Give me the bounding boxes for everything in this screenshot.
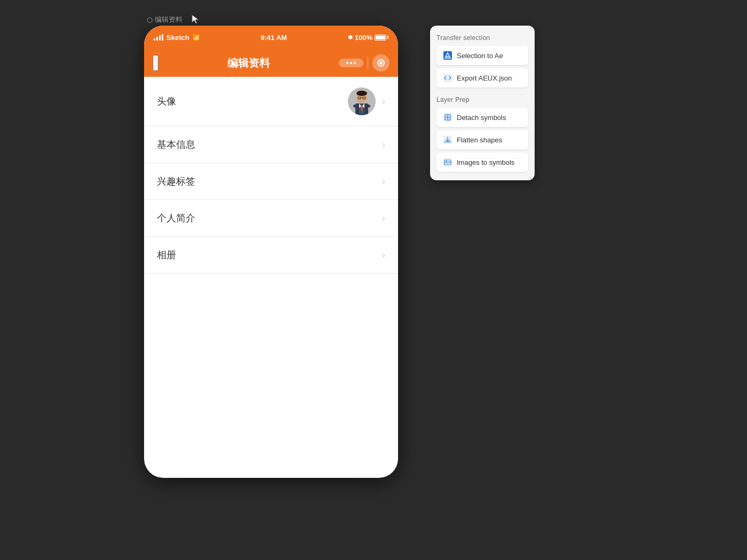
- flatten-shapes-button[interactable]: Flatten shapes: [436, 130, 528, 149]
- album-chevron-icon: ›: [382, 250, 385, 261]
- code-icon: [443, 73, 452, 83]
- basic-info-chevron-icon: ›: [382, 139, 385, 150]
- svg-point-21: [447, 116, 449, 118]
- record-button[interactable]: [372, 54, 390, 71]
- ae-icon: [443, 51, 452, 60]
- album-row[interactable]: 相册 ›: [144, 237, 398, 274]
- battery-tip: [387, 36, 388, 39]
- bio-row[interactable]: 个人简介 ›: [144, 200, 398, 237]
- nav-divider: [368, 57, 368, 69]
- export-aeux-label: Export AEUX.json: [457, 74, 512, 82]
- detach-icon: [443, 113, 452, 122]
- back-chevron-icon: ‹: [154, 56, 157, 69]
- battery-fill: [376, 36, 385, 39]
- interest-tags-chevron-icon: ›: [382, 176, 385, 187]
- flatten-icon: [443, 135, 452, 145]
- detach-symbols-label: Detach symbols: [457, 114, 506, 122]
- sketch-app-label: ⬡ 编辑资料: [147, 15, 182, 25]
- images-to-symbols-button[interactable]: Images to symbols: [436, 153, 528, 172]
- phone-frame: Sketch 📶 9:41 AM ✱ 100% ‹ 编辑资料: [144, 26, 398, 478]
- detach-symbols-button[interactable]: Detach symbols: [436, 108, 528, 127]
- avatar-chevron-icon: ›: [382, 96, 385, 107]
- status-left: Sketch 📶: [154, 34, 200, 42]
- selection-to-ae-button[interactable]: Selection to Ae: [436, 46, 528, 65]
- record-dot: [379, 61, 383, 65]
- plugin-panel: Transfer selection Selection to Ae Expor…: [430, 26, 535, 180]
- transfer-section: Transfer selection Selection to Ae Expor…: [436, 34, 528, 87]
- basic-info-row[interactable]: 基本信息 ›: [144, 126, 398, 163]
- images-icon: [443, 157, 452, 167]
- signal-bar-3: [159, 35, 161, 41]
- flatten-shapes-label: Flatten shapes: [457, 136, 502, 144]
- signal-bar-4: [162, 34, 163, 41]
- carrier-label: Sketch: [166, 34, 189, 42]
- transfer-section-title: Transfer selection: [436, 34, 528, 42]
- battery-percent: 100%: [355, 34, 372, 42]
- interest-tags-row[interactable]: 兴趣标签 ›: [144, 163, 398, 200]
- basic-info-label: 基本信息: [157, 138, 195, 151]
- avatar-label: 头像: [157, 95, 176, 108]
- sketch-label-text: 编辑资料: [155, 15, 182, 25]
- content-area: 头像: [144, 77, 398, 274]
- bio-chevron-icon: ›: [382, 213, 385, 224]
- bluetooth-icon: ✱: [348, 34, 353, 41]
- nav-bar: ‹ 编辑资料: [144, 49, 398, 77]
- signal-bars-icon: [154, 34, 163, 41]
- avatar: [348, 87, 376, 115]
- more-button[interactable]: [339, 59, 363, 67]
- svg-point-7: [356, 91, 367, 96]
- battery-body: [375, 35, 386, 41]
- bio-label: 个人简介: [157, 212, 195, 225]
- signal-bar-1: [154, 38, 155, 41]
- dot-3: [354, 62, 356, 64]
- export-aeux-button[interactable]: Export AEUX.json: [436, 68, 528, 87]
- signal-bar-2: [156, 37, 158, 41]
- layer-prep-title: Layer Prep: [436, 96, 528, 103]
- nav-actions: [339, 54, 390, 71]
- album-label: 相册: [157, 249, 176, 261]
- wifi-icon: 📶: [193, 34, 200, 41]
- avatar-right: ›: [348, 87, 385, 115]
- avatar-row[interactable]: 头像: [144, 77, 398, 126]
- layer-prep-section: Layer Prep Detach symbols Flatten shapes: [436, 96, 528, 172]
- status-bar: Sketch 📶 9:41 AM ✱ 100%: [144, 26, 398, 49]
- interest-tags-label: 兴趣标签: [157, 175, 195, 188]
- cursor-icon: [190, 14, 201, 25]
- avatar-image: [348, 87, 376, 115]
- nav-title: 编辑资料: [227, 56, 270, 70]
- sketch-icon: ⬡: [147, 16, 153, 24]
- selection-to-ae-label: Selection to Ae: [457, 52, 503, 60]
- status-right: ✱ 100%: [348, 34, 388, 42]
- dot-1: [346, 62, 348, 64]
- back-button[interactable]: ‹: [153, 55, 158, 71]
- svg-point-26: [446, 161, 447, 162]
- status-time: 9:41 AM: [261, 34, 287, 42]
- dot-2: [350, 62, 352, 64]
- battery-icon: [375, 35, 388, 41]
- images-to-symbols-label: Images to symbols: [457, 158, 514, 166]
- record-icon: [377, 59, 385, 67]
